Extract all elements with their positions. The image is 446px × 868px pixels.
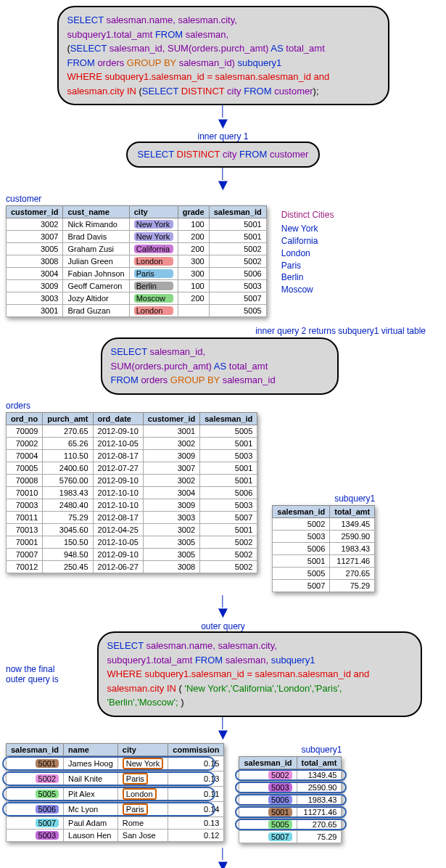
outer-query-label: outer query (201, 621, 245, 631)
inner-query-1-label: inner query 1 (197, 131, 248, 142)
final-outer-note: now the final outer query is (6, 664, 64, 684)
subquery1b-table: salesman_idtotal_amt50021349.4550032590.… (239, 756, 342, 843)
arrow-down-icon: │▼ (6, 107, 440, 130)
distinct-cities-hdr: Distinct Cities (281, 210, 334, 220)
customer-title: customer (6, 194, 440, 204)
subquery1b-title: subquery1 (239, 745, 342, 755)
arrow-down-icon: │▼ (6, 169, 440, 192)
arrow-down-icon: │▼ (6, 849, 440, 868)
customer-table: customer_idcust_namecitygradesalesman_id… (6, 205, 267, 317)
inner-query1-box: SELECT DISTINCT city FROM customer (126, 142, 321, 168)
distinct-cities-list: New YorkCaliforniaLondonParisBerlinMosco… (281, 223, 334, 296)
arrow-down-icon: │▼ (6, 718, 440, 742)
inner-query2-box: SELECT salesman_id, SUM(orders.purch_amt… (101, 337, 339, 395)
orders-title: orders (6, 401, 440, 411)
arrow-down-icon: │▼ (6, 597, 440, 620)
orders-table: ord_nopurch_amtord_datecustomer_idsalesm… (6, 412, 257, 573)
outer-query-box: SELECT salesman.name, salesman.city, sub… (97, 631, 422, 717)
subquery1-title: subquery1 (272, 494, 375, 504)
subquery1-table: salesman_idtotal_amt50021349.4550032590.… (272, 505, 375, 592)
main-sql-box: SELECT salesman.name, salesman.city, sub… (57, 6, 389, 105)
salesman-table: salesman_idnamecitycommission5001James H… (6, 743, 224, 842)
inner-query2-label: inner query 2 returns subquery1 virtual … (6, 326, 426, 336)
